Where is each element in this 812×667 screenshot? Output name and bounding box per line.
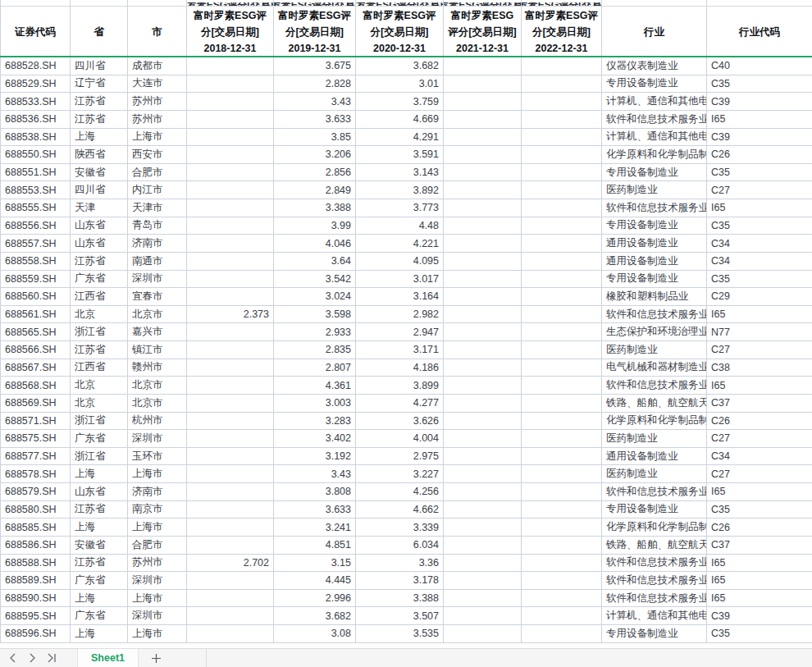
column-header[interactable]: 富时罗素ESG评分[交易日期]2022-12-31	[522, 7, 602, 57]
cell[interactable]: 3.64	[274, 253, 356, 271]
cell[interactable]: 3.633	[274, 111, 356, 129]
cell[interactable]: C27	[707, 181, 812, 199]
cell[interactable]: 2.835	[274, 341, 356, 359]
cell[interactable]: 3.171	[356, 341, 444, 359]
column-header[interactable]: 省	[71, 7, 128, 57]
cell[interactable]: 江苏省	[71, 341, 128, 359]
cell[interactable]: C39	[707, 129, 812, 147]
cell[interactable]	[187, 288, 274, 306]
cell[interactable]: 上海市	[128, 625, 187, 643]
cell[interactable]: 3.759	[356, 93, 444, 111]
cell[interactable]: 大连市	[128, 75, 187, 94]
column-header[interactable]: 富时罗素ESG评分[交易日期]2018-12-31	[187, 7, 274, 57]
cell[interactable]	[187, 323, 274, 341]
cell[interactable]	[444, 359, 522, 377]
cell[interactable]	[187, 483, 274, 501]
cell[interactable]: 688533.SH	[1, 93, 71, 111]
cell[interactable]: 上海市	[128, 590, 187, 608]
cell[interactable]: 3.388	[274, 199, 356, 217]
cell[interactable]: 专用设备制造业	[602, 501, 707, 519]
cell[interactable]: 688560.SH	[1, 288, 71, 306]
cell[interactable]	[522, 501, 602, 519]
cell[interactable]: 玉环市	[128, 448, 187, 466]
cell[interactable]: 济南市	[128, 235, 187, 253]
cell[interactable]: 3.773	[356, 199, 444, 217]
cell[interactable]: 计算机、通信和其他电子设备制造业	[602, 607, 707, 625]
cell[interactable]: 688538.SH	[1, 129, 71, 147]
cell[interactable]: 688578.SH	[1, 465, 71, 483]
cell[interactable]: 浙江省	[71, 323, 128, 341]
cell[interactable]: 杭州市	[128, 413, 187, 431]
cell[interactable]: 688588.SH	[1, 555, 71, 573]
cell[interactable]	[444, 323, 522, 341]
cell[interactable]: 宜春市	[128, 288, 187, 306]
cell[interactable]: 合肥市	[128, 164, 187, 182]
cell[interactable]: 北京市	[128, 377, 187, 395]
cell[interactable]	[522, 555, 602, 573]
cell[interactable]: 3.283	[274, 413, 356, 431]
cell[interactable]	[522, 572, 602, 590]
cell[interactable]: 成都市	[128, 57, 187, 75]
cell[interactable]	[187, 181, 274, 199]
cell[interactable]: 安徽省	[71, 164, 128, 182]
cell[interactable]: 陕西省	[71, 146, 128, 164]
cell[interactable]	[187, 395, 274, 413]
cell[interactable]	[522, 607, 602, 625]
cell[interactable]: 3.164	[356, 288, 444, 306]
cell[interactable]: 江苏省	[71, 111, 128, 129]
cell[interactable]: 688585.SH	[1, 519, 71, 537]
cell[interactable]: 6.034	[356, 537, 444, 555]
cell[interactable]: 北京市	[128, 395, 187, 413]
cell[interactable]: 专用设备制造业	[602, 75, 707, 94]
cell[interactable]: I65	[707, 483, 812, 501]
cell[interactable]	[522, 483, 602, 501]
cell[interactable]	[444, 146, 522, 164]
cell[interactable]: 3.899	[356, 377, 444, 395]
cell[interactable]: 苏州市	[128, 555, 187, 573]
cell[interactable]: 688555.SH	[1, 199, 71, 217]
cell[interactable]: C34	[707, 253, 812, 271]
cell[interactable]	[187, 235, 274, 253]
cell[interactable]	[444, 607, 522, 625]
cell[interactable]	[522, 75, 602, 94]
cell[interactable]: 软件和信息技术服务业	[602, 306, 707, 324]
cell[interactable]: 橡胶和塑料制品业	[602, 288, 707, 306]
cell[interactable]: 2.702	[187, 555, 274, 573]
cell[interactable]	[522, 413, 602, 431]
cell[interactable]	[444, 572, 522, 590]
cell[interactable]	[444, 164, 522, 182]
cell[interactable]: 3.36	[356, 555, 444, 573]
cell[interactable]: C27	[707, 465, 812, 483]
cell[interactable]: 688553.SH	[1, 181, 71, 199]
cell[interactable]: C37	[707, 395, 812, 413]
cell[interactable]	[444, 448, 522, 466]
cell[interactable]: 688556.SH	[1, 217, 71, 235]
cell[interactable]: 3.01	[356, 75, 444, 94]
cell[interactable]	[444, 306, 522, 324]
column-header[interactable]: 行业代码	[707, 7, 812, 57]
cell[interactable]	[444, 501, 522, 519]
cell[interactable]	[522, 253, 602, 271]
cell[interactable]: 4.004	[356, 430, 444, 448]
cell[interactable]: 3.675	[274, 57, 356, 75]
cell[interactable]: 3.99	[274, 217, 356, 235]
cell[interactable]	[444, 217, 522, 235]
cell[interactable]: 3.43	[274, 93, 356, 111]
cell[interactable]: 山东省	[71, 217, 128, 235]
cell[interactable]: 江苏省	[71, 555, 128, 573]
cell[interactable]	[522, 217, 602, 235]
cell[interactable]: 苏州市	[128, 111, 187, 129]
cell[interactable]: 688589.SH	[1, 572, 71, 590]
cell[interactable]: 4.851	[274, 537, 356, 555]
cell[interactable]	[187, 164, 274, 182]
cell[interactable]	[187, 199, 274, 217]
cell[interactable]	[522, 519, 602, 537]
cell[interactable]: 江苏省	[71, 93, 128, 111]
cell[interactable]	[444, 288, 522, 306]
cell[interactable]	[444, 341, 522, 359]
cell[interactable]: C26	[707, 519, 812, 537]
cell[interactable]: C37	[707, 537, 812, 555]
cell[interactable]: 上海市	[128, 129, 187, 147]
cell[interactable]: 西安市	[128, 146, 187, 164]
cell[interactable]: 镇江市	[128, 341, 187, 359]
